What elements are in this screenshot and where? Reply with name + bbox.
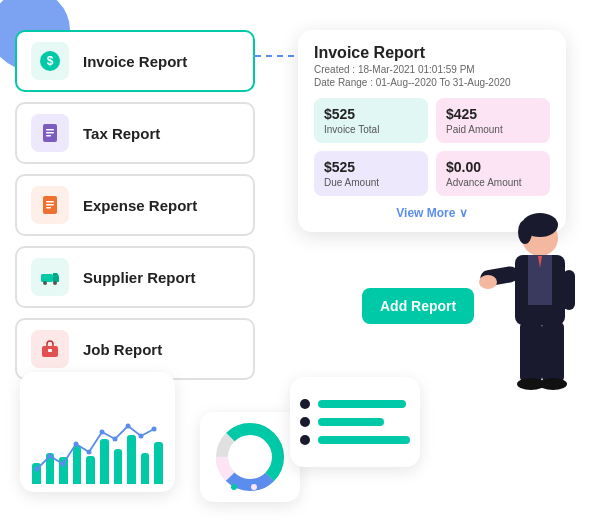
svg-point-45 <box>241 484 247 490</box>
expense-label: Expense Report <box>83 197 197 214</box>
report-item-job[interactable]: Job Report <box>15 318 255 380</box>
svg-point-46 <box>251 484 257 490</box>
bar-3 <box>59 457 68 484</box>
bar-5 <box>86 456 95 484</box>
donut-chart-svg <box>214 421 286 493</box>
svg-point-37 <box>126 424 131 429</box>
svg-point-39 <box>152 427 157 432</box>
svg-point-23 <box>479 275 497 289</box>
svg-rect-16 <box>48 349 52 352</box>
svg-marker-12 <box>53 273 59 276</box>
invoice-due-amount: $525 <box>324 159 418 175</box>
bar-6 <box>100 439 109 485</box>
person-illustration <box>470 210 580 410</box>
svg-point-44 <box>231 484 237 490</box>
list-card <box>290 377 420 467</box>
invoice-total-label: Invoice Total <box>324 124 418 135</box>
list-row-3 <box>300 435 410 445</box>
job-label: Job Report <box>83 341 162 358</box>
job-icon <box>31 330 69 368</box>
report-item-invoice[interactable]: $ Invoice Report <box>15 30 255 92</box>
report-list: $ Invoice Report Tax Report Expense Repo… <box>15 30 255 380</box>
svg-rect-5 <box>46 135 51 137</box>
svg-rect-25 <box>520 322 542 382</box>
invoice-due-label: Due Amount <box>324 177 418 188</box>
list-row-2 <box>300 417 410 427</box>
list-bar-1 <box>318 400 406 408</box>
report-item-tax[interactable]: Tax Report <box>15 102 255 164</box>
bar-10 <box>154 442 163 484</box>
invoice-paid-label: Paid Amount <box>446 124 540 135</box>
supplier-label: Supplier Report <box>83 269 196 286</box>
invoice-cell-total: $525 Invoice Total <box>314 98 428 143</box>
svg-rect-8 <box>46 204 54 206</box>
bar-chart <box>32 414 163 484</box>
invoice-cell-paid: $425 Paid Amount <box>436 98 550 143</box>
bar-8 <box>127 435 136 484</box>
invoice-card-title: Invoice Report <box>314 44 550 62</box>
invoice-label: Invoice Report <box>83 53 187 70</box>
svg-point-14 <box>53 281 57 285</box>
svg-rect-26 <box>542 322 564 382</box>
svg-point-13 <box>43 281 47 285</box>
bar-4 <box>73 446 82 485</box>
invoice-advance-amount: $0.00 <box>446 159 540 175</box>
invoice-cell-advance: $0.00 Advance Amount <box>436 151 550 196</box>
list-bar-3 <box>318 436 410 444</box>
expense-icon <box>31 186 69 224</box>
tax-icon <box>31 114 69 152</box>
svg-rect-4 <box>46 132 54 134</box>
invoice-grid: $525 Invoice Total $425 Paid Amount $525… <box>314 98 550 196</box>
invoice-advance-label: Advance Amount <box>446 177 540 188</box>
list-bar-2 <box>318 418 384 426</box>
invoice-paid-amount: $425 <box>446 106 540 122</box>
bar-1 <box>32 463 41 484</box>
invoice-report-card: Invoice Report Created : 18-Mar-2021 01:… <box>298 30 566 232</box>
svg-rect-3 <box>46 129 54 131</box>
list-dot-1 <box>300 399 310 409</box>
bar-2 <box>46 453 55 485</box>
supplier-icon <box>31 258 69 296</box>
svg-point-28 <box>539 378 567 390</box>
invoice-cell-due: $525 Due Amount <box>314 151 428 196</box>
svg-rect-11 <box>53 276 59 282</box>
invoice-card-date-range: Date Range : 01-Aug--2020 To 31-Aug-2020 <box>314 77 550 88</box>
svg-point-19 <box>518 220 532 244</box>
svg-rect-9 <box>46 207 51 209</box>
donut-chart-card <box>200 412 300 502</box>
svg-point-38 <box>139 434 144 439</box>
invoice-card-created: Created : 18-Mar-2021 01:01:59 PM <box>314 64 550 75</box>
add-report-button[interactable]: Add Report <box>362 288 474 324</box>
svg-point-35 <box>100 430 105 435</box>
svg-text:$: $ <box>47 54 54 68</box>
bar-7 <box>114 449 123 484</box>
svg-rect-7 <box>46 201 54 203</box>
list-dot-3 <box>300 435 310 445</box>
report-item-supplier[interactable]: Supplier Report <box>15 246 255 308</box>
list-row-1 <box>300 399 410 409</box>
invoice-total-amount: $525 <box>324 106 418 122</box>
invoice-icon: $ <box>31 42 69 80</box>
svg-rect-24 <box>563 270 575 310</box>
bar-9 <box>141 453 150 485</box>
svg-point-36 <box>113 437 118 442</box>
svg-point-34 <box>87 450 92 455</box>
bar-chart-card <box>20 372 175 492</box>
list-dot-2 <box>300 417 310 427</box>
report-item-expense[interactable]: Expense Report <box>15 174 255 236</box>
tax-label: Tax Report <box>83 125 160 142</box>
svg-rect-10 <box>41 274 53 282</box>
